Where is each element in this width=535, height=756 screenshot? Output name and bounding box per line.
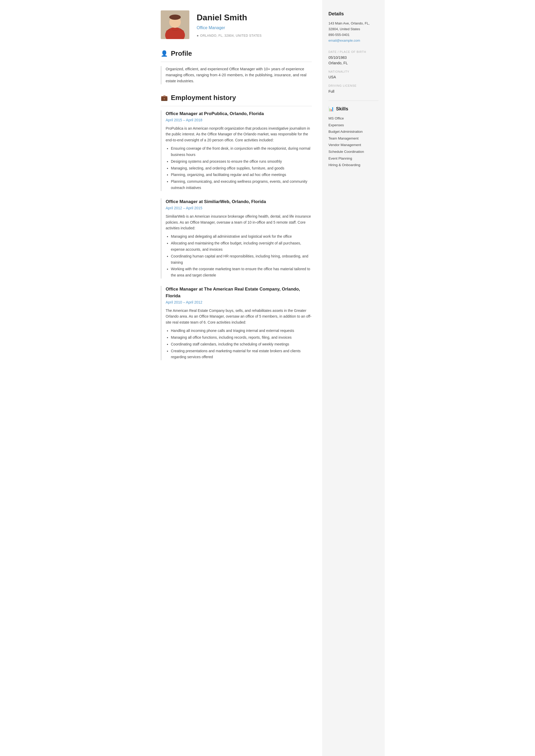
- profile-text: Organized, efficient, and experienced Of…: [161, 66, 312, 84]
- bullet-item: Planning, communicating, and executing w…: [171, 178, 312, 191]
- job-title-1: Office Manager at ProPublica, Orlando, F…: [166, 110, 312, 117]
- job-desc-1: ProPublica is an American nonprofit orga…: [166, 125, 312, 143]
- skill-item: Vendor Management: [328, 142, 379, 148]
- bullet-item: Coordinating human capital and HR respon…: [171, 253, 312, 266]
- employment-divider: [161, 106, 312, 106]
- bullet-item: Handling all incoming phone calls and tr…: [171, 328, 312, 334]
- sidebar-address: 143 Main Ave, Orlando, FL, 32804, United…: [328, 21, 370, 31]
- nationality-label: NATIONALITY: [328, 69, 379, 74]
- sidebar-details-section: Details 143 Main Ave, Orlando, FL, 32804…: [328, 11, 379, 94]
- skill-item: Schedule Coordination: [328, 148, 379, 155]
- svg-point-3: [169, 14, 181, 20]
- sidebar-details-info: 143 Main Ave, Orlando, FL, 32804, United…: [328, 20, 379, 43]
- job-dates-1: April 2015 – April 2018: [166, 118, 312, 123]
- driving-value: Full: [328, 89, 379, 94]
- bullet-item: Managing all office functions, including…: [171, 335, 312, 341]
- job-entry-2: Office Manager at SimiliarWeb, Orlando, …: [161, 198, 312, 279]
- sidebar: Details 143 Main Ave, Orlando, FL, 32804…: [322, 0, 385, 756]
- job-entry-3: Office Manager at The American Real Esta…: [161, 286, 312, 360]
- bullet-item: Coordinating staff calendars, including …: [171, 341, 312, 347]
- avatar: [161, 11, 189, 39]
- resume-header: Daniel Smith Office Manager ● ORLANDO, F…: [161, 11, 312, 39]
- location-icon: ●: [197, 33, 199, 38]
- job-dates-3: April 2010 – April 2012: [166, 300, 312, 305]
- bullet-item: Managing and delegating all administrati…: [171, 233, 312, 240]
- job-title-2: Office Manager at SimiliarWeb, Orlando, …: [166, 198, 312, 205]
- skills-icon: 📊: [328, 106, 334, 113]
- candidate-location: ● ORLANDO, FL, 32804, UNITED STATES: [197, 33, 262, 38]
- sidebar-skills-section: 📊 Skills MS Office Expenses Budget Admin…: [328, 105, 379, 169]
- dob-value: 05/10/1983 Orlando, FL: [328, 55, 379, 66]
- skill-item: Event Planning: [328, 155, 379, 162]
- candidate-name: Daniel Smith: [197, 11, 262, 24]
- job-bullets-1: Ensuring coverage of the front desk, in …: [166, 146, 312, 191]
- bullet-item: Creating presentations and marketing mat…: [171, 348, 312, 361]
- bullet-item: Working with the corporate marketing tea…: [171, 266, 312, 279]
- employment-section: 💼 Employment history Office Manager at P…: [161, 93, 312, 361]
- job-bullets-3: Handling all incoming phone calls and tr…: [166, 328, 312, 360]
- profile-divider: [161, 62, 312, 62]
- job-dates-2: April 2012 – April 2015: [166, 205, 312, 211]
- bullet-item: Designing systems and processes to ensur…: [171, 158, 312, 165]
- candidate-title: Office Manager: [197, 25, 262, 31]
- bullet-item: Ensuring coverage of the front desk, in …: [171, 146, 312, 158]
- employment-icon: 💼: [161, 94, 168, 102]
- header-info: Daniel Smith Office Manager ● ORLANDO, F…: [197, 11, 262, 38]
- skills-title: 📊 Skills: [328, 105, 379, 113]
- job-desc-2: SimiliarWeb is an American insurance bro…: [166, 213, 312, 231]
- profile-section: 👤 Profile Organized, efficient, and expe…: [161, 48, 312, 84]
- sidebar-details-title: Details: [328, 11, 379, 17]
- resume-page: Daniel Smith Office Manager ● ORLANDO, F…: [150, 0, 385, 756]
- job-desc-3: The American Real Estate Company buys, s…: [166, 308, 312, 325]
- sidebar-phone: 890-555-0401: [328, 33, 350, 37]
- dob-label: DATE / PLACE OF BIRTH: [328, 50, 379, 54]
- job-title-3: Office Manager at The American Real Esta…: [166, 286, 312, 299]
- profile-icon: 👤: [161, 49, 168, 58]
- bullet-item: Planning, organizing, and facilitating r…: [171, 172, 312, 178]
- skill-item: Hiring & Onboarding: [328, 162, 379, 169]
- skill-item: MS Office: [328, 115, 379, 122]
- nationality-value: USA: [328, 74, 379, 80]
- main-content: Daniel Smith Office Manager ● ORLANDO, F…: [150, 0, 322, 756]
- driving-label: DRIVING LICENSE: [328, 84, 379, 88]
- bullet-item: Allocating and maintaining the office bu…: [171, 240, 312, 253]
- job-bullets-2: Managing and delegating all administrati…: [166, 233, 312, 279]
- sidebar-divider: [328, 100, 379, 101]
- job-entry-1: Office Manager at ProPublica, Orlando, F…: [161, 110, 312, 191]
- skill-item: Team Management: [328, 135, 379, 142]
- skills-list: MS Office Expenses Budget Administration…: [328, 115, 379, 169]
- profile-title: 👤 Profile: [161, 48, 312, 59]
- skill-item: Budget Administration: [328, 128, 379, 135]
- skill-item: Expenses: [328, 122, 379, 129]
- employment-title: 💼 Employment history: [161, 93, 312, 103]
- bullet-item: Managing, selecting, and ordering office…: [171, 165, 312, 172]
- sidebar-email[interactable]: email@example.com: [328, 39, 360, 42]
